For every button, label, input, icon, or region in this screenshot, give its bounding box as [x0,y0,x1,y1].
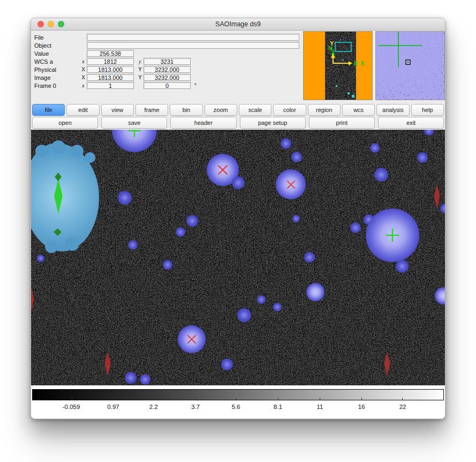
star-source [374,168,388,182]
info-field[interactable]: 3232.000 [143,66,191,73]
info-field[interactable] [87,34,299,41]
menu-button-help[interactable]: help [411,104,444,116]
colorbar-tick [195,398,196,400]
star-source [350,222,361,233]
red-x-marker[interactable] [216,163,229,176]
info-field[interactable]: 0 [143,82,191,89]
info-field[interactable]: 1 [87,82,134,89]
blob-bump [45,240,58,253]
info-label: File [34,34,80,41]
info-field[interactable]: 1812 [87,58,134,65]
star-source [163,260,172,270]
close-button[interactable] [37,21,44,27]
colorbar-panel: -0.0590.972.23.75.68.1111622 [31,385,445,419]
menu-button-bin[interactable]: bin [170,104,202,116]
menu-button-frame[interactable]: frame [135,104,168,116]
star-source [176,227,185,237]
axis-sublabel: Y [137,66,143,72]
star-source [292,215,300,222]
zoom-button[interactable] [58,21,64,27]
button-save[interactable]: save [101,117,167,129]
star-source [281,138,291,149]
info-row-value: Value256.538 [34,49,299,57]
button-exit[interactable]: exit [378,117,444,129]
colorbar-tick-label: 8.1 [274,404,282,410]
menu-button-wcs[interactable]: wcs [342,104,375,116]
titlebar[interactable]: SAOImage ds9 [31,18,445,31]
menu-button-edit[interactable]: edit [66,104,99,116]
menu-button-zoom[interactable]: zoom [205,104,237,116]
menu-button-analysis[interactable]: analysis [376,104,409,116]
menu-button-scale[interactable]: scale [239,104,271,116]
info-label: Object [34,42,80,49]
star-source [370,143,380,153]
axis-sublabel: X [80,74,87,80]
button-page-setup[interactable]: page setup [240,117,306,129]
axis-sublabel: y [137,58,143,64]
info-field[interactable]: 3232.000 [143,74,191,81]
info-label: Physical [34,66,80,73]
button-open[interactable]: open [32,117,98,129]
menu-row-file: opensaveheaderpage setupprintexit [31,117,445,129]
info-row-physical: PhysicalX1813.000Y3232.000 [34,65,299,73]
green-cross-marker[interactable] [127,130,141,138]
panner[interactable]: Y N E X [303,31,373,100]
star-source [118,191,132,205]
info-field[interactable] [87,42,299,49]
traffic-lights [37,21,64,27]
colorbar-tick [236,398,237,400]
axis-sublabel: x [80,83,87,88]
colorbar-tick [402,398,403,400]
info-label: Frame 0 [34,83,80,89]
window-title: SAOImage ds9 [31,18,445,30]
info-field[interactable]: 1813.000 [87,66,134,73]
red-x-marker[interactable] [285,179,297,190]
info-field[interactable]: 256.538 [87,50,134,57]
colorbar-tick [278,398,278,400]
colorbar-tick [361,398,362,400]
star-source [186,215,198,227]
red-diamond-marker[interactable] [31,287,34,312]
image-display[interactable] [31,130,445,385]
red-diamond-marker[interactable] [105,352,111,376]
colorbar-tick [320,398,320,400]
button-header[interactable]: header [170,117,236,129]
axis-sublabel: Y [137,74,143,80]
colorbar-labels: -0.0590.972.23.75.68.1111622 [32,404,444,412]
menu-button-region[interactable]: region [308,104,341,116]
menu-button-file[interactable]: file [32,104,65,116]
panner-x-label: X [360,60,365,66]
minimize-button[interactable] [48,21,54,27]
star-source [221,359,233,370]
ds9-window: SAOImage ds9 FileObjectValue256.538WCS a… [31,18,445,419]
info-field[interactable]: 3231 [143,58,191,65]
star-source [291,152,302,162]
red-diamond-marker[interactable] [434,184,440,209]
blob-bump [65,237,79,251]
magnifier-pixel-cursor [406,60,410,64]
panner-north-label: N [328,45,333,51]
menu-button-color[interactable]: color [273,104,306,116]
magnifier[interactable] [375,31,445,100]
colorbar-tick-label: 5.6 [232,404,240,410]
info-row-wcs-a: WCS ax1812y3231 [34,57,299,65]
star-source [396,260,409,273]
colorbar-tick [72,398,72,400]
star-source [37,255,44,262]
red-x-marker[interactable] [186,333,198,345]
colorbar[interactable] [32,389,444,400]
menu-button-view[interactable]: view [101,104,134,116]
info-row-object: Object [34,41,299,49]
info-row-image: ImageX1813.000Y3232.000 [34,73,299,81]
info-label: Image [34,74,80,81]
colorbar-tick-label: 3.7 [191,404,200,410]
axis-sublabel: x [80,58,87,64]
image-overlay-layer [31,130,445,385]
button-print[interactable]: print [309,117,375,129]
desktop: SAOImage ds9 FileObjectValue256.538WCS a… [0,0,476,462]
blob-bump [51,140,65,154]
red-diamond-marker[interactable] [384,352,390,376]
info-field[interactable]: 1813.000 [87,74,134,81]
green-cross-marker[interactable] [385,228,400,243]
colorbar-tick-label: 11 [317,404,323,410]
